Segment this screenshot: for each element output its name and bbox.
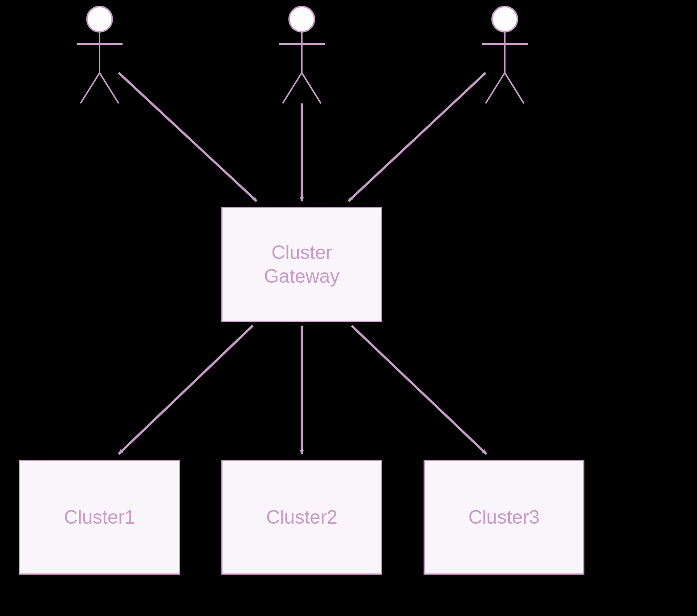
arrow-actor3-to-gateway [348,73,486,201]
svg-point-10 [492,7,517,32]
arrow-gateway-to-cluster3 [352,326,486,454]
actor-icon-1 [77,7,123,103]
actor-icon-2 [279,7,325,103]
node-cluster3: Cluster3 [424,460,584,575]
svg-line-4 [100,73,119,103]
node-label-gateway: ClusterGateway [264,241,339,288]
arrow-gateway-to-cluster1 [119,326,253,454]
node-label-cluster1: Cluster1 [64,505,135,529]
node-cluster1: Cluster1 [19,460,180,575]
node-cluster-gateway: ClusterGateway [221,207,382,322]
svg-point-5 [289,7,314,32]
arrow-actor1-to-gateway [119,73,257,201]
svg-point-0 [87,7,112,32]
diagram-canvas: ClusterGateway Cluster1 Cluster2 Cluster… [0,0,697,616]
svg-line-8 [283,73,302,103]
node-label-cluster3: Cluster3 [468,505,540,529]
node-cluster2: Cluster2 [221,460,382,575]
svg-line-14 [505,73,524,103]
svg-line-3 [80,73,100,103]
svg-line-9 [302,73,321,103]
actor-icon-3 [482,7,528,103]
node-label-cluster2: Cluster2 [266,505,337,529]
svg-line-13 [486,73,505,103]
